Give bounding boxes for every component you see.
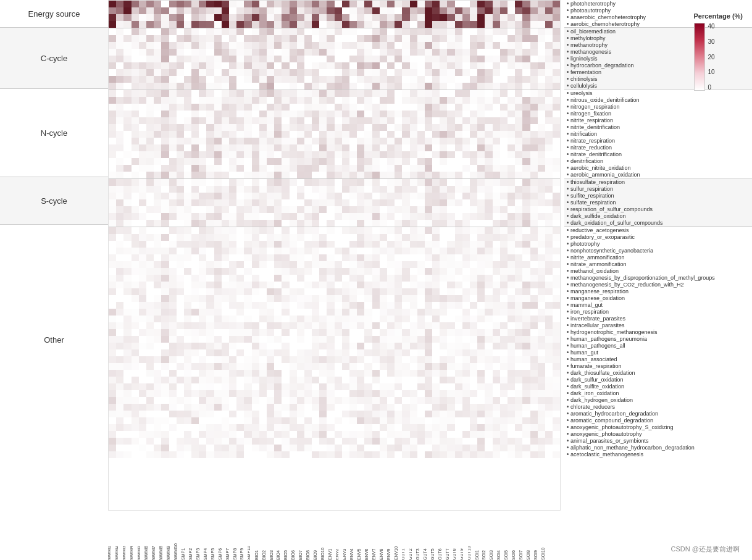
heatmap-cell: [432, 7, 440, 14]
heatmap-cell: [214, 7, 222, 14]
x-label-wrapper: ENV2: [336, 511, 343, 560]
heatmap-cell: [297, 336, 304, 343]
heatmap-cell: [462, 227, 470, 234]
x-label-wrapper: SOI4: [497, 511, 504, 560]
heatmap-cell: [139, 404, 146, 411]
heatmap-cell: [357, 104, 364, 111]
heatmap-cell: [538, 248, 545, 254]
heatmap-cell: [116, 124, 123, 131]
heatmap-cell: [530, 138, 538, 144]
heatmap-cell: [530, 282, 538, 288]
heatmap-cell: [161, 179, 169, 186]
heatmap-cell: [304, 356, 312, 363]
heatmap-cell: [380, 7, 387, 14]
heatmap-cell: [290, 1, 297, 7]
heatmap-cell: [327, 268, 334, 275]
heatmap-cell: [530, 117, 538, 124]
heatmap-cell: [109, 35, 116, 42]
heatmap-cell: [123, 397, 131, 404]
heatmap-cell: [440, 165, 447, 172]
heatmap-cell: [440, 329, 447, 336]
heatmap-cell: [372, 83, 380, 90]
heatmap-cell: [335, 329, 342, 336]
x-axis-label: SMP10: [248, 546, 251, 560]
trait-name: fumarate_respiration: [570, 363, 622, 369]
heatmap-cell: [206, 254, 214, 261]
heatmap-cell: [349, 302, 357, 309]
heatmap-cell: [342, 234, 349, 241]
heatmap-cell: [485, 309, 492, 316]
heatmap-cell: [515, 445, 522, 451]
heatmap-cell: [530, 62, 538, 69]
heatmap-cell: [244, 117, 251, 124]
heatmap-cell: [161, 35, 169, 42]
heatmap-cell: [214, 186, 222, 193]
x-label-wrapper: SOI1: [475, 511, 483, 560]
trait-name: human_pathogens_pneumonia: [570, 336, 647, 342]
heatmap-cell: [267, 111, 274, 117]
heatmap-cell: [161, 282, 169, 288]
heatmap-cell: [214, 302, 222, 309]
heatmap-cell: [206, 383, 214, 390]
heatmap-cell: [132, 1, 139, 7]
heatmap-cell: [297, 138, 304, 144]
heatmap-cell: [553, 254, 560, 261]
heatmap-cell: [425, 42, 432, 49]
heatmap-cell: [425, 227, 432, 234]
heatmap-cell: [432, 179, 440, 186]
heatmap-cell: [387, 268, 395, 275]
heatmap-cell: [327, 295, 334, 302]
heatmap-cell: [222, 390, 229, 397]
heatmap-cell: [425, 349, 432, 356]
heatmap-cell: [139, 383, 146, 390]
heatmap-cell: [508, 14, 515, 21]
heatmap-cell: [177, 179, 184, 186]
heatmap-cell: [515, 117, 522, 124]
heatmap-cell: [139, 288, 146, 295]
heatmap-cell: [357, 390, 364, 397]
heatmap-cell: [123, 349, 131, 356]
heatmap-cell: [274, 172, 282, 178]
heatmap-cell: [395, 288, 402, 295]
heatmap-cell: [327, 42, 334, 49]
heatmap-cell: [402, 438, 409, 445]
heatmap-cell: [154, 28, 161, 35]
heatmap-cell: [214, 438, 222, 445]
heatmap-cell: [447, 248, 454, 254]
heatmap-cell: [372, 417, 380, 424]
heatmap-cell: [342, 248, 349, 254]
trait-label: nitrate_denitrification: [564, 151, 752, 157]
heatmap-cell: [372, 261, 380, 268]
heatmap-cell: [417, 248, 425, 254]
heatmap-cell: [342, 76, 349, 83]
heatmap-cell: [380, 254, 387, 261]
trait-bullet: [567, 365, 569, 367]
heatmap-cell: [545, 438, 553, 445]
trait-name: dark_iron_oxidation: [570, 390, 619, 396]
heatmap-cell: [425, 268, 432, 275]
heatmap-cell: [553, 438, 560, 445]
heatmap-cell: [387, 390, 395, 397]
heatmap-cell: [154, 179, 161, 186]
heatmap-cell: [522, 97, 530, 104]
heatmap-cell: [177, 329, 184, 336]
heatmap-cell: [364, 316, 372, 322]
heatmap-cell: [538, 282, 545, 288]
heatmap-cell: [109, 316, 116, 322]
heatmap-cell: [508, 431, 515, 438]
heatmap-cell: [553, 83, 560, 90]
heatmap-cell: [440, 390, 447, 397]
heatmap-cell: [522, 383, 530, 390]
heatmap-cell: [290, 62, 297, 69]
heatmap-cell: [116, 28, 123, 35]
heatmap-cell: [417, 234, 425, 241]
heatmap-cell: [109, 131, 116, 138]
x-axis-label: WWM4: [130, 546, 134, 560]
heatmap-cell: [327, 288, 334, 295]
heatmap-cell: [440, 76, 447, 83]
heatmap-cell: [312, 349, 319, 356]
heatmap-cell: [364, 234, 372, 241]
heatmap-cell: [214, 76, 222, 83]
heatmap-cell: [132, 254, 139, 261]
heatmap-cell: [177, 138, 184, 144]
